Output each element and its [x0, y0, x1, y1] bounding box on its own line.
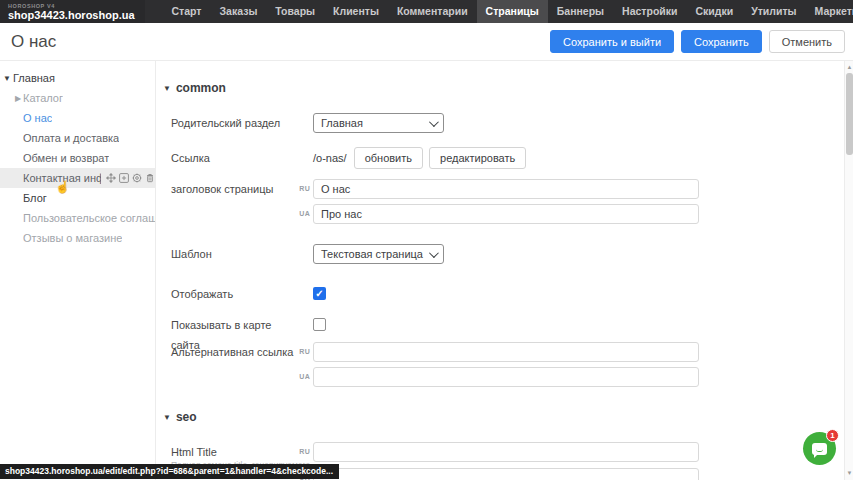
- section-header-seo[interactable]: ▼ seo: [163, 410, 197, 424]
- tree-row-actions: [106, 173, 155, 183]
- field-row-page-title-ru: заголовок страницы RU: [171, 179, 844, 199]
- settings-gear-icon[interactable]: [132, 173, 142, 183]
- menu-item-comments[interactable]: Комментарии: [388, 0, 477, 23]
- chevron-down-icon[interactable]: ▼: [3, 74, 11, 83]
- app-window: HOROSHOP V4 shop34423.horoshop.ua Старт …: [0, 0, 853, 480]
- lang-badge-ru: RU: [297, 342, 313, 362]
- page-header: О нас Сохранить и выйти Сохранить Отмени…: [0, 23, 853, 61]
- chevron-down-icon: [429, 117, 439, 127]
- template-select[interactable]: Текстовая страница: [313, 244, 444, 264]
- sidebar-item-katalog[interactable]: ▶ Каталог: [0, 88, 155, 108]
- brand-logo[interactable]: HOROSHOP V4 shop34423.horoshop.ua: [0, 0, 145, 23]
- alt-link-ru-input[interactable]: [313, 342, 699, 362]
- scroll-up-arrow-icon[interactable]: ▲: [845, 63, 853, 72]
- field-label: Альтернативная ссылка: [171, 342, 297, 362]
- section-header-common[interactable]: ▼ common: [163, 81, 226, 95]
- html-title-ua-input[interactable]: [313, 468, 699, 480]
- chat-widget-button[interactable]: 1: [803, 432, 836, 465]
- update-link-button[interactable]: обновить: [354, 147, 423, 169]
- delete-trash-icon[interactable]: [145, 173, 155, 183]
- vertical-scrollbar[interactable]: ▲ ▼: [844, 61, 853, 480]
- menu-item-products[interactable]: Товары: [266, 0, 324, 23]
- sidebar-item-glavnaya[interactable]: ▼ Главная: [0, 68, 155, 88]
- scrollbar-thumb[interactable]: [846, 73, 853, 155]
- field-label: Ссылка: [171, 147, 297, 169]
- page-title: О нас: [11, 32, 56, 52]
- sidebar-item-obmen-i-vozvrat[interactable]: Обмен и возврат: [0, 148, 155, 168]
- brand-domain-label: shop34423.horoshop.ua: [8, 9, 135, 21]
- menu-item-discounts[interactable]: Скидки: [687, 0, 743, 23]
- chevron-down-icon: ▼: [163, 413, 171, 422]
- menu-item-pages[interactable]: Страницы: [477, 0, 548, 23]
- move-icon[interactable]: [106, 173, 116, 183]
- save-button[interactable]: Сохранить: [681, 30, 762, 53]
- lang-badge-ua: UA: [297, 367, 313, 387]
- parent-section-select[interactable]: Главная: [313, 113, 444, 133]
- menu-item-orders[interactable]: Заказы: [211, 0, 267, 23]
- chat-bubble-icon: [812, 443, 827, 455]
- menu-item-clients[interactable]: Клиенты: [324, 0, 388, 23]
- field-row-display: Отображать ✓: [171, 284, 844, 304]
- field-label: Родительский раздел: [171, 113, 297, 133]
- lang-badge-ru: RU: [297, 179, 313, 199]
- page-title-ru-input[interactable]: [313, 179, 699, 199]
- field-label: заголовок страницы: [171, 179, 297, 199]
- menu-item-utilities[interactable]: Утилиты: [742, 0, 805, 23]
- lang-badge-ua: UA: [297, 204, 313, 224]
- field-row-link: Ссылка /o-nas/ обновить редактировать: [171, 147, 844, 169]
- field-row-page-title-ua: UA: [171, 204, 844, 224]
- link-status-tooltip: shop34423.horoshop.ua/edit/edit.php?id=6…: [0, 464, 339, 479]
- sidebar-item-kontaktnaya-info[interactable]: Контактная инфор ☝: [0, 168, 155, 188]
- html-title-ru-input[interactable]: [313, 442, 699, 462]
- chat-notification-badge: 1: [826, 429, 839, 442]
- field-label: Отображать: [171, 284, 297, 304]
- top-navigation-bar: HOROSHOP V4 shop34423.horoshop.ua Старт …: [0, 0, 853, 23]
- menu-item-settings[interactable]: Настройки: [613, 0, 686, 23]
- add-page-icon[interactable]: [119, 173, 129, 183]
- field-row-parent-section: Родительский раздел Главная: [171, 113, 844, 133]
- chevron-down-icon: ▼: [163, 84, 171, 93]
- cancel-button[interactable]: Отменить: [769, 30, 845, 53]
- sitemap-checkbox[interactable]: [313, 318, 326, 331]
- field-label: Шаблон: [171, 244, 297, 264]
- alt-link-ua-input[interactable]: [313, 367, 699, 387]
- sidebar-item-o-nas[interactable]: О нас: [0, 108, 155, 128]
- page-title-ua-input[interactable]: [313, 204, 699, 224]
- display-checkbox[interactable]: ✓: [313, 287, 326, 300]
- scroll-down-arrow-icon[interactable]: ▼: [845, 469, 853, 478]
- menu-item-banners[interactable]: Баннеры: [548, 0, 613, 23]
- link-value: /o-nas/: [313, 147, 347, 169]
- field-row-alt-link-ua: UA: [171, 367, 844, 387]
- edit-link-button[interactable]: редактировать: [429, 147, 526, 169]
- page-edit-form: ▼ common Родительский раздел Главная Ссы…: [157, 61, 844, 480]
- menu-item-marketing[interactable]: Маркетинг: [806, 0, 853, 23]
- chevron-right-icon[interactable]: ▶: [15, 94, 21, 103]
- lang-badge-ru: RU: [297, 442, 313, 462]
- save-and-exit-button[interactable]: Сохранить и выйти: [550, 30, 674, 53]
- field-row-alt-link-ru: Альтернативная ссылка RU: [171, 342, 844, 362]
- field-row-template: Шаблон Текстовая страница: [171, 244, 844, 264]
- main-menu: Старт Заказы Товары Клиенты Комментарии …: [163, 0, 853, 23]
- menu-item-start[interactable]: Старт: [163, 0, 211, 23]
- sidebar-item-polzovatelskoe-soglashenie[interactable]: Пользовательское соглашение: [0, 208, 155, 228]
- header-actions: Сохранить и выйти Сохранить Отменить: [550, 30, 845, 53]
- sidebar-item-otzyvy-o-magazine[interactable]: Отзывы о магазине: [0, 228, 155, 248]
- sidebar-item-blog[interactable]: Блог: [0, 188, 155, 208]
- chevron-down-icon: [429, 248, 439, 258]
- pages-tree-sidebar: ▼ Главная ▶ Каталог О нас Оплата и доста…: [0, 61, 156, 480]
- sidebar-item-oplata-i-dostavka[interactable]: Оплата и доставка: [0, 128, 155, 148]
